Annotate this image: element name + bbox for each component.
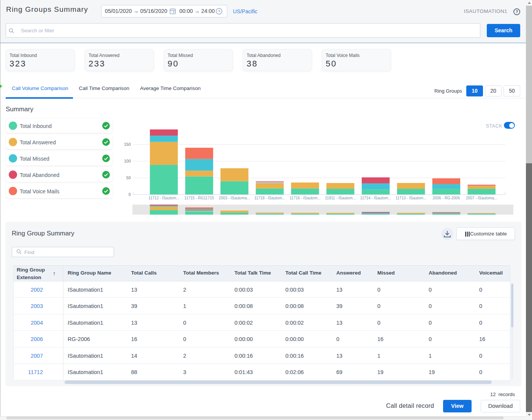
svg-text:2007 - ISautoma...: 2007 - ISautoma... — [466, 196, 497, 200]
svg-text:100: 100 — [124, 159, 131, 163]
svg-text:?: ? — [516, 9, 518, 14]
svg-text:50: 50 — [126, 175, 131, 180]
svg-text:11718 - ISautom...: 11718 - ISautom... — [254, 196, 285, 200]
svg-text:11712 - ISautom...: 11712 - ISautom... — [148, 196, 179, 200]
svg-text:2006 - RG-2006: 2006 - RG-2006 — [433, 196, 460, 200]
svg-text:2003 - ISautoma...: 2003 - ISautoma... — [219, 196, 250, 200]
svg-text:150: 150 — [124, 142, 131, 147]
svg-text:11811 - ISautom...: 11811 - ISautom... — [325, 196, 356, 200]
svg-text:11716 - ISautom...: 11716 - ISautom... — [290, 196, 321, 200]
svg-text:11715 - RG11715: 11715 - RG11715 — [184, 196, 214, 200]
svg-text:0: 0 — [128, 192, 131, 197]
svg-text:11714 - ISautom...: 11714 - ISautom... — [360, 196, 391, 200]
svg-text:11713 - ISautom...: 11713 - ISautom... — [396, 196, 427, 200]
